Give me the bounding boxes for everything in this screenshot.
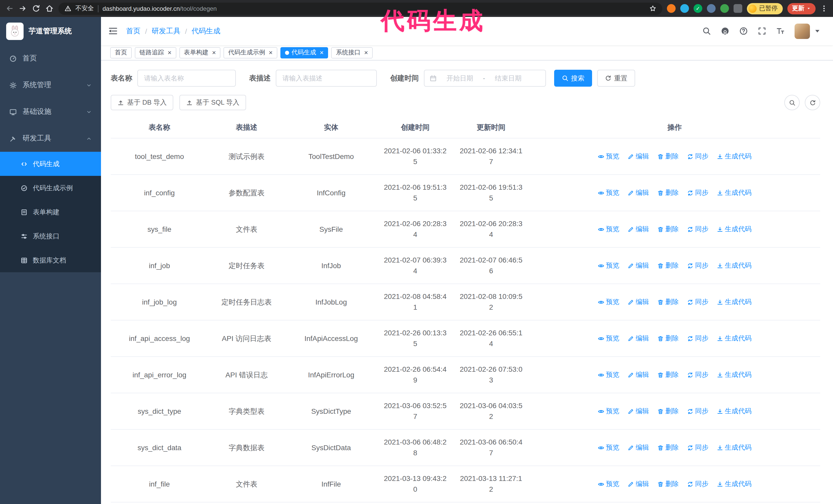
view-action-link[interactable]: 预览 — [598, 334, 619, 343]
sync-action-link[interactable]: 同步 — [687, 188, 709, 198]
sidebar-item-monitor[interactable]: 基础设施 — [0, 98, 101, 125]
start-date-input[interactable] — [439, 74, 481, 82]
sync-action-link[interactable]: 同步 — [687, 370, 709, 380]
edit-action-link[interactable]: 编辑 — [627, 334, 649, 343]
edit-action-link[interactable]: 编辑 — [627, 188, 649, 198]
generate-action-link[interactable]: 生成代码 — [717, 334, 752, 343]
extension-orange-icon[interactable] — [667, 4, 675, 13]
delete-action-link[interactable]: 删除 — [657, 334, 679, 343]
view-action-link[interactable]: 预览 — [598, 443, 619, 453]
edit-action-link[interactable]: 编辑 — [627, 479, 649, 489]
sidebar-subitem-grid[interactable]: 数据库文档 — [0, 248, 101, 272]
generate-action-link[interactable]: 生成代码 — [717, 261, 752, 271]
bookmark-star-icon[interactable] — [649, 5, 656, 12]
tab-item[interactable]: 首页 — [110, 47, 132, 58]
sidebar-subitem-badge[interactable]: 代码生成示例 — [0, 176, 101, 200]
sidebar-item-home[interactable]: 首页 — [0, 45, 101, 72]
generate-action-link[interactable]: 生成代码 — [717, 188, 752, 198]
import-sql-button[interactable]: 基于 SQL 导入 — [180, 95, 246, 110]
table-desc-input[interactable] — [276, 70, 377, 87]
search-icon[interactable] — [702, 27, 711, 35]
delete-action-link[interactable]: 删除 — [657, 406, 679, 416]
edit-action-link[interactable]: 编辑 — [627, 297, 649, 307]
view-action-link[interactable]: 预览 — [598, 224, 619, 234]
sidebar-subitem-form[interactable]: 表单构建 — [0, 200, 101, 224]
delete-action-link[interactable]: 删除 — [657, 443, 679, 453]
generate-action-link[interactable]: 生成代码 — [717, 479, 752, 489]
close-tab-icon[interactable]: × — [320, 49, 324, 56]
close-tab-icon[interactable]: × — [168, 49, 171, 56]
refresh-table-button[interactable] — [805, 95, 820, 110]
edit-action-link[interactable]: 编辑 — [627, 224, 649, 234]
browser-reload-icon[interactable] — [32, 4, 41, 13]
search-button[interactable]: 搜索 — [554, 70, 592, 87]
extension-drop-icon[interactable] — [680, 4, 689, 13]
sidebar-item-tools[interactable]: 研发工具 — [0, 125, 101, 152]
sidebar-subitem-sliders[interactable]: 系统接口 — [0, 224, 101, 248]
tab-item[interactable]: 代码生成示例× — [223, 47, 277, 58]
browser-back-icon[interactable] — [5, 4, 14, 13]
sync-action-link[interactable]: 同步 — [687, 443, 709, 453]
sync-action-link[interactable]: 同步 — [687, 406, 709, 416]
close-tab-icon[interactable]: × — [269, 49, 272, 56]
date-range-picker[interactable]: - — [424, 70, 546, 87]
edit-action-link[interactable]: 编辑 — [627, 151, 649, 162]
sync-action-link[interactable]: 同步 — [687, 224, 709, 234]
edit-action-link[interactable]: 编辑 — [627, 261, 649, 271]
import-db-button[interactable]: 基于 DB 导入 — [111, 95, 173, 110]
close-tab-icon[interactable]: × — [212, 49, 216, 56]
sidebar-item-gear[interactable]: 系统管理 — [0, 72, 101, 98]
tab-item[interactable]: 系统接口× — [331, 47, 373, 58]
delete-action-link[interactable]: 删除 — [657, 261, 679, 271]
sync-action-link[interactable]: 同步 — [687, 297, 709, 307]
reset-button[interactable]: 重置 — [597, 70, 635, 87]
app-logo[interactable]: 芋道管理系统 — [0, 17, 101, 45]
extensions-puzzle-icon[interactable] — [734, 4, 742, 13]
view-action-link[interactable]: 预览 — [598, 370, 619, 380]
view-action-link[interactable]: 预览 — [598, 188, 619, 198]
generate-action-link[interactable]: 生成代码 — [717, 224, 752, 234]
edit-action-link[interactable]: 编辑 — [627, 443, 649, 453]
table-name-input[interactable] — [137, 70, 236, 87]
profile-sync-paused-chip[interactable]: 已暂停 — [747, 3, 783, 14]
generate-action-link[interactable]: 生成代码 — [717, 370, 752, 380]
toggle-search-button[interactable] — [784, 95, 800, 110]
fullscreen-icon[interactable] — [758, 27, 766, 35]
delete-action-link[interactable]: 删除 — [657, 188, 679, 198]
edit-action-link[interactable]: 编辑 — [627, 406, 649, 416]
breadcrumb-item[interactable]: 首页 — [126, 26, 140, 35]
sidebar-collapse-icon[interactable] — [108, 26, 118, 36]
end-date-input[interactable] — [487, 74, 529, 82]
extension-check-icon[interactable] — [694, 4, 702, 13]
view-action-link[interactable]: 预览 — [598, 261, 619, 271]
edit-action-link[interactable]: 编辑 — [627, 370, 649, 380]
breadcrumb-item[interactable]: 研发工具 — [152, 26, 181, 35]
tab-item[interactable]: 代码生成× — [280, 47, 328, 58]
extension-leaf-icon[interactable] — [720, 4, 729, 13]
browser-menu-icon[interactable] — [820, 5, 828, 12]
address-bar[interactable]: 不安全 dashboard.yudao.iocoder.cn/tool/code… — [58, 2, 662, 15]
close-tab-icon[interactable]: × — [364, 49, 368, 56]
sync-action-link[interactable]: 同步 — [687, 479, 709, 489]
sidebar-subitem-code[interactable]: 代码生成 — [0, 152, 101, 176]
font-size-icon[interactable] — [776, 27, 785, 35]
delete-action-link[interactable]: 删除 — [657, 297, 679, 307]
sync-action-link[interactable]: 同步 — [687, 151, 709, 162]
breadcrumb-item[interactable]: 代码生成 — [192, 26, 220, 35]
browser-update-button[interactable]: 更新 — [787, 3, 815, 14]
view-action-link[interactable]: 预览 — [598, 479, 619, 489]
extension-people-icon[interactable] — [707, 4, 716, 13]
tab-item[interactable]: 表单构建× — [179, 47, 220, 58]
delete-action-link[interactable]: 删除 — [657, 370, 679, 380]
browser-forward-icon[interactable] — [19, 4, 27, 13]
view-action-link[interactable]: 预览 — [598, 406, 619, 416]
view-action-link[interactable]: 预览 — [598, 151, 619, 162]
generate-action-link[interactable]: 生成代码 — [717, 406, 752, 416]
generate-action-link[interactable]: 生成代码 — [717, 297, 752, 307]
view-action-link[interactable]: 预览 — [598, 297, 619, 307]
delete-action-link[interactable]: 删除 — [657, 224, 679, 234]
delete-action-link[interactable]: 删除 — [657, 151, 679, 162]
generate-action-link[interactable]: 生成代码 — [717, 151, 752, 162]
delete-action-link[interactable]: 删除 — [657, 479, 679, 489]
tab-item[interactable]: 链路追踪× — [135, 47, 176, 58]
